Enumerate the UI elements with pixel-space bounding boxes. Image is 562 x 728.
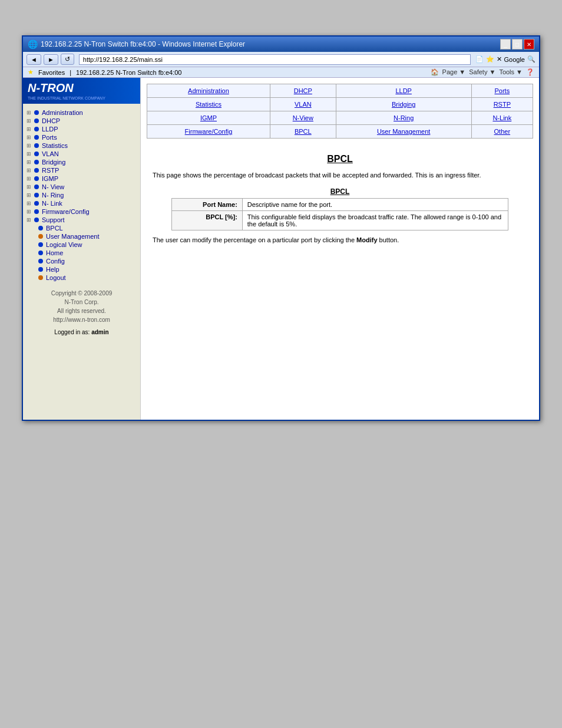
logout-link[interactable]: Logout [46,274,66,281]
favorites-label: Favorites [38,69,65,76]
expand-icon: ⊞ [27,217,31,223]
expand-icon: ⊞ [27,159,31,165]
sidebar-item-dhcp[interactable]: ⊞ DHCP [27,117,137,125]
maximize-button[interactable]: □ [512,39,523,50]
refresh-button[interactable]: ↺ [61,54,74,65]
config-link[interactable]: Config [46,258,65,265]
sidebar-footer: Copyright © 2008-2009 N-Tron Corp. All r… [27,289,137,337]
search-icon: 🔍 [527,55,535,63]
nav-grid-link-user-management[interactable]: User Management [377,128,431,135]
browser-title: 192.168.2.25 N-Tron Switch fb:e4:00 - Wi… [41,40,245,48]
nav-grid-cell: Bridging [336,98,471,111]
nav-grid-link-bpcl[interactable]: BPCL [295,128,312,135]
sidebar-item-igmp[interactable]: ⊞ IGMP [27,174,137,183]
sidebar-item-support[interactable]: ⊞ Support [27,216,137,224]
nav-grid-link-n-ring[interactable]: N-Ring [394,114,414,121]
minimize-button[interactable]: _ [500,39,511,50]
rstp-link[interactable]: RSTP [42,167,59,174]
sidebar-item-bridging[interactable]: ⊞ Bridging [27,158,137,166]
nav-grid-cell: LLDP [336,84,471,98]
sidebar-item-logical-view[interactable]: Logical View [38,241,137,249]
nav-icon-3: ✕ [497,55,502,63]
expand-icon: ⊞ [27,184,31,190]
nav-grid-link-dhcp[interactable]: DHCP [294,87,312,94]
home-link[interactable]: Home [46,249,63,256]
support-link[interactable]: Support [42,216,65,223]
forward-button[interactable]: ► [44,54,58,65]
sidebar-item-nring[interactable]: ⊞ N- Ring [27,191,137,199]
sidebar: N-TRON THE INDUSTRIAL NETWORK COMPANY ⊞ … [23,78,141,420]
nav-grid-cell: Ports [471,84,533,98]
nview-link[interactable]: N- View [42,183,64,190]
sidebar-item-nview[interactable]: ⊞ N- View [27,183,137,191]
user-management-link[interactable]: User Management [46,233,100,240]
close-button[interactable]: ✕ [524,39,534,50]
sidebar-item-nlink[interactable]: ⊞ N- Link [27,199,137,207]
nlink-link[interactable]: N- Link [42,200,62,207]
admin-link[interactable]: Administration [42,109,83,116]
statistics-link[interactable]: Statistics [42,142,68,149]
sidebar-item-home[interactable]: Home [38,249,137,257]
expand-icon: ⊞ [27,176,31,182]
sidebar-item-firmware[interactable]: ⊞ Firmware/Config [27,207,137,216]
nav-grid-link-statistics[interactable]: Statistics [196,101,222,108]
logo-subtitle: THE INDUSTRIAL NETWORK COMPANY [28,96,135,100]
nav-grid-link-rstp[interactable]: RSTP [494,101,511,108]
nav-icon-1: 📄 [475,55,484,63]
nav-grid-link-lldp[interactable]: LLDP [395,87,412,94]
nav-grid-cell: N-Ring [336,111,471,125]
logical-view-link[interactable]: Logical View [46,241,82,248]
firmware-link[interactable]: Firmware/Config [42,208,90,215]
bpcl-title: BPCL [153,154,527,164]
sidebar-item-administration[interactable]: ⊞ Administration [27,108,137,117]
expand-icon: ⊞ [27,118,31,124]
dot-icon [34,185,39,189]
help-link[interactable]: Help [46,266,59,273]
nav-grid-link-administration[interactable]: Administration [188,87,229,94]
igmp-link[interactable]: IGMP [42,175,58,182]
favorites-link[interactable]: 192.168.2.25 N-Tron Switch fb:e4:00 [76,69,181,76]
nav-grid-link-other[interactable]: Other [494,128,511,135]
vlan-link[interactable]: VLAN [42,150,59,157]
browser-icon: 🌐 [28,39,37,49]
sidebar-item-help[interactable]: Help [38,265,137,274]
bpcl-field-table: Port Name:Descriptive name for the port.… [171,198,508,230]
sidebar-item-bpcl[interactable]: BPCL [38,224,137,232]
bridging-link[interactable]: Bridging [42,159,65,166]
sidebar-item-logout[interactable]: Logout [38,274,137,282]
dot-icon [34,201,39,206]
sidebar-item-rstp[interactable]: ⊞ RSTP [27,166,137,174]
nav-grid-cell: IGMP [147,111,270,125]
nring-link[interactable]: N- Ring [42,192,64,199]
nav-grid-link-n-link[interactable]: N-Link [492,114,511,121]
dhcp-link[interactable]: DHCP [42,117,60,124]
sidebar-item-lldp[interactable]: ⊞ LLDP [27,125,137,133]
dot-icon [34,209,39,214]
logged-in-text: Logged in as: admin [27,328,137,337]
address-input[interactable] [79,54,471,65]
dot-icon [38,234,43,239]
dot-icon [38,251,43,255]
sidebar-item-statistics[interactable]: ⊞ Statistics [27,141,137,150]
sidebar-item-vlan[interactable]: ⊞ VLAN [27,150,137,158]
lldp-link[interactable]: LLDP [42,126,58,133]
ports-link[interactable]: Ports [42,134,57,141]
expand-icon: ⊞ [27,143,31,149]
nav-grid-cell: RSTP [471,98,533,111]
sidebar-item-config[interactable]: Config [38,257,137,265]
nav-grid-link-vlan[interactable]: VLAN [295,101,312,108]
google-search-label: Google [504,56,525,63]
sidebar-item-ports[interactable]: ⊞ Ports [27,133,137,141]
dot-icon [34,168,39,173]
nav-grid-link-ports[interactable]: Ports [494,87,510,94]
nav-grid-link-firmware-config[interactable]: Firmware/Config [185,128,233,135]
nav-grid-link-igmp[interactable]: IGMP [200,114,217,121]
bpcl-link[interactable]: BPCL [46,225,63,232]
sidebar-item-user-management[interactable]: User Management [38,232,137,241]
nav-grid-link-bridging[interactable]: Bridging [392,101,415,108]
back-button[interactable]: ◄ [27,54,41,65]
nav-grid-link-n-view[interactable]: N-View [293,114,313,121]
nav-grid-cell: Firmware/Config [147,125,270,139]
bpcl-section: BPCL This page shows the percentage of b… [147,148,533,249]
dot-icon [38,242,43,247]
